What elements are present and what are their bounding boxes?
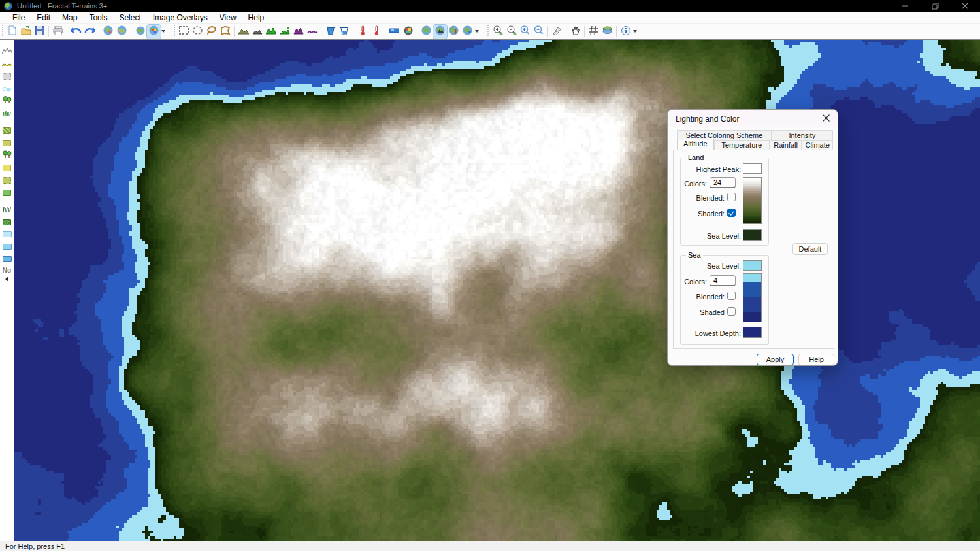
minimize-button[interactable]	[890, 0, 920, 12]
close-button[interactable]	[950, 0, 980, 12]
eraser-button[interactable]	[550, 25, 564, 39]
coloring-dropdown-arrow-icon[interactable]	[161, 30, 165, 33]
ice-tool[interactable]	[1, 82, 13, 95]
tab-rainfall[interactable]: Rainfall	[770, 140, 802, 150]
mountains-outline-icon	[2, 47, 12, 56]
menu-edit[interactable]: Edit	[31, 13, 56, 22]
mountain-peak-button[interactable]	[278, 25, 291, 39]
dialog-title-bar[interactable]: Lighting and Color	[668, 110, 838, 127]
save-button[interactable]	[33, 25, 46, 39]
zoom-in-icon	[520, 25, 530, 37]
lighting-and-color-dialog: Lighting and Color Select Coloring Schem…	[667, 109, 838, 366]
redo-button[interactable]	[83, 25, 97, 39]
temperature-down-button[interactable]	[369, 25, 383, 39]
tab-climate[interactable]: Climate	[802, 140, 833, 150]
view-image-button[interactable]	[433, 25, 447, 39]
land-shaded-label: Shaded:	[674, 210, 725, 218]
blank-terrain-tool[interactable]	[1, 70, 13, 82]
highest-peak-swatch[interactable]	[743, 163, 762, 174]
open-file-button[interactable]	[19, 25, 33, 39]
savanna-tool[interactable]	[1, 137, 13, 149]
zoom-out-world-button[interactable]	[504, 25, 518, 39]
world-next-button[interactable]	[115, 25, 129, 39]
menu-select[interactable]: Select	[113, 13, 146, 22]
view-temperature-button[interactable]	[447, 25, 461, 39]
drain-basin-button[interactable]	[337, 25, 351, 39]
tab-intensity[interactable]: Intensity	[772, 130, 833, 141]
apply-button[interactable]: Apply	[757, 354, 794, 365]
menu-help[interactable]: Help	[242, 13, 270, 22]
volcano-button[interactable]	[291, 25, 305, 39]
raise-hill-button[interactable]	[237, 25, 250, 39]
flatten-button[interactable]	[305, 25, 319, 39]
select-ellipse-button[interactable]	[191, 25, 204, 39]
land-shaded-checkbox[interactable]	[727, 209, 736, 217]
zoom-out-button[interactable]	[532, 25, 546, 39]
menu-file[interactable]: File	[7, 13, 31, 22]
new-file-button[interactable]	[5, 25, 19, 39]
deep-water-tool[interactable]	[1, 253, 13, 265]
restore-button[interactable]	[920, 0, 950, 12]
land-colors-input[interactable]	[710, 177, 736, 188]
shallow-water-tool[interactable]	[1, 228, 13, 241]
jungle-tool[interactable]	[1, 216, 13, 228]
swamp-tool[interactable]	[1, 203, 13, 216]
print-icon	[53, 26, 63, 37]
menu-view[interactable]: View	[214, 13, 242, 22]
fill-basin-button[interactable]	[323, 25, 337, 39]
raise-mountain-button[interactable]	[264, 25, 278, 39]
land-sea-level-swatch[interactable]	[743, 229, 762, 241]
rainfall-button[interactable]	[387, 25, 401, 39]
sea-colors-input[interactable]	[710, 275, 736, 286]
print-button[interactable]	[51, 25, 65, 39]
temperature-up-button[interactable]	[355, 25, 369, 39]
coast-tool[interactable]	[1, 124, 13, 137]
collapse-left-arrow-icon[interactable]	[5, 276, 8, 282]
info-button[interactable]	[619, 25, 632, 39]
no-tool-label[interactable]: No	[3, 267, 11, 274]
tab-temperature[interactable]: Temperature	[714, 140, 770, 150]
climate-cube-button[interactable]	[401, 25, 415, 39]
land-color-ramp[interactable]	[743, 177, 762, 224]
menu-image-overlays[interactable]: Image Overlays	[147, 13, 214, 22]
scrub-tool[interactable]	[1, 174, 13, 186]
mountains-tool[interactable]	[1, 45, 13, 58]
undo-button[interactable]	[69, 25, 83, 39]
select-rectangle-button[interactable]	[177, 25, 191, 39]
sea-blended-checkbox[interactable]	[727, 292, 736, 300]
lighting-color-button[interactable]	[147, 25, 161, 39]
tab-altitude[interactable]: Altitude	[677, 139, 714, 150]
sea-shaded-checkbox[interactable]	[727, 307, 736, 316]
trees-tool[interactable]	[1, 95, 13, 107]
world-previous-button[interactable]	[101, 25, 115, 39]
menu-tools[interactable]: Tools	[83, 13, 113, 22]
zoom-in-world-button[interactable]	[491, 25, 504, 39]
forest-tool[interactable]	[1, 149, 13, 161]
globe-view-button[interactable]	[133, 25, 147, 39]
view-dropdown-arrow-icon[interactable]	[475, 30, 479, 33]
default-button[interactable]: Default	[792, 243, 828, 255]
hills-tool[interactable]	[1, 58, 13, 70]
select-polygon-button[interactable]	[218, 25, 232, 39]
pan-button[interactable]	[568, 25, 582, 39]
desert-swatch-icon	[3, 165, 11, 171]
dialog-close-button[interactable]	[820, 113, 832, 125]
help-button[interactable]: Help	[798, 354, 834, 365]
desert-tool[interactable]	[1, 161, 13, 174]
menu-map[interactable]: Map	[56, 13, 83, 22]
info-dropdown-arrow-icon[interactable]	[633, 30, 637, 33]
medium-water-tool[interactable]	[1, 241, 13, 253]
select-lasso-button[interactable]	[204, 25, 218, 39]
sea-color-ramp[interactable]	[743, 273, 762, 322]
zoom-in-button[interactable]	[518, 25, 532, 39]
view-altitude-button[interactable]	[419, 25, 433, 39]
view-rainfall-button[interactable]	[461, 25, 474, 39]
grid-button[interactable]	[587, 25, 600, 39]
layers-button[interactable]	[600, 25, 614, 39]
land-blended-checkbox[interactable]	[727, 193, 736, 201]
grass-tool[interactable]	[1, 107, 13, 120]
lower-mountain-button[interactable]	[250, 25, 264, 39]
sea-level-swatch[interactable]	[743, 260, 762, 271]
grassland-tool[interactable]	[1, 186, 13, 199]
lowest-depth-swatch[interactable]	[743, 327, 762, 338]
